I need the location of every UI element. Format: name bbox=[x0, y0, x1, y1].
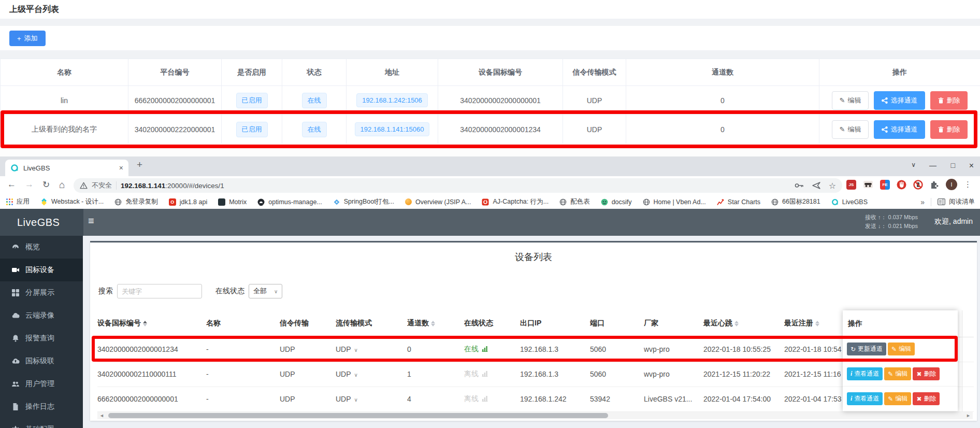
extensions-puzzle-icon[interactable] bbox=[930, 180, 939, 189]
bookmark-aj-captcha[interactable]: AJ-Captcha: 行为... bbox=[482, 197, 549, 206]
bookmark-webstack[interactable]: Webstack - 设计... bbox=[40, 197, 104, 206]
bookmark-livegbs[interactable]: LiveGBS bbox=[831, 198, 868, 206]
window-minimize-icon[interactable]: — bbox=[929, 161, 936, 169]
col-channels: 通道数 bbox=[626, 59, 819, 86]
sidebar-item-split-screen[interactable]: 分屏展示 bbox=[0, 281, 83, 304]
edit-device-button[interactable]: ✎ 编辑 bbox=[884, 367, 911, 380]
bookmark-docsify[interactable]: docsify bbox=[601, 198, 632, 206]
browser-tab-livegbs[interactable]: LiveGBS × bbox=[5, 160, 128, 176]
select-channel-button[interactable]: 选择通道 bbox=[874, 120, 925, 139]
operations-row-1: ↻ 更新通道 ✎ 编辑 bbox=[843, 337, 958, 362]
bookmark-overview-jsip[interactable]: Overview (JSIP A... bbox=[405, 198, 471, 206]
col-heartbeat[interactable]: 最近心跳 bbox=[703, 310, 784, 337]
bookmark-vben-home[interactable]: Home | Vben Ad... bbox=[643, 198, 706, 206]
incognito-extension-icon[interactable] bbox=[863, 180, 873, 189]
delete-device-button[interactable]: ✖ 删除 bbox=[913, 392, 940, 405]
recv-rate: 接收 ↑： 0.037 Mbps bbox=[865, 213, 918, 222]
tab-close-icon[interactable]: × bbox=[119, 164, 123, 172]
search-input[interactable] bbox=[117, 284, 202, 298]
bookmark-motrix[interactable]: Motrix bbox=[218, 198, 247, 206]
cell-heartbeat: 2022-01-04 17:54:00 bbox=[703, 387, 784, 411]
forward-icon[interactable]: → bbox=[25, 179, 34, 190]
col-device-id[interactable]: 设备国标编号 bbox=[97, 310, 206, 337]
browser-menu-icon[interactable]: ⋮ bbox=[964, 180, 972, 189]
bookmark-optimus[interactable]: optimus-manage... bbox=[257, 198, 322, 206]
chevron-down-icon[interactable]: ∨ bbox=[354, 397, 358, 403]
address-bar[interactable]: 不安全 192.168.1.141:20000/#/devices/1 ☆ bbox=[74, 178, 842, 193]
bookmark-copy-free[interactable]: 免登录复制 bbox=[114, 197, 158, 206]
app-logo[interactable]: LiveGBS bbox=[0, 209, 83, 236]
window-close-icon[interactable]: × bbox=[969, 161, 974, 170]
new-tab-button[interactable]: + bbox=[137, 159, 142, 170]
security-label[interactable]: 不安全 bbox=[92, 181, 112, 190]
scroll-left-icon[interactable]: ◄ bbox=[99, 413, 104, 418]
sidebar-item-gb-cascade[interactable]: 国标级联 bbox=[0, 350, 83, 373]
scrollbar-thumb[interactable] bbox=[108, 413, 608, 418]
delete-device-button[interactable]: ✖ 删除 bbox=[913, 367, 940, 380]
delete-button[interactable]: 删除 bbox=[930, 120, 968, 139]
js-extension-icon[interactable]: JS bbox=[846, 180, 856, 190]
edit-device-button[interactable]: ✎ 编辑 bbox=[884, 392, 911, 405]
block-extension-icon[interactable] bbox=[913, 180, 923, 190]
col-operations: 操作 bbox=[819, 59, 980, 86]
send-icon[interactable] bbox=[812, 182, 820, 189]
share-icon bbox=[882, 97, 888, 104]
sidebar-item-gb-devices[interactable]: 国标设备 bbox=[0, 259, 83, 281]
sidebar-item-cloud-recording[interactable]: 云端录像 bbox=[0, 304, 83, 327]
gears-icon bbox=[11, 425, 20, 428]
bookmarks-right-cluster: » 阅读清单 bbox=[916, 195, 975, 209]
chevron-down-icon[interactable]: ∨ bbox=[354, 347, 358, 353]
sidebar-item-overview[interactable]: 概览 bbox=[0, 236, 83, 259]
profile-avatar[interactable]: I bbox=[946, 179, 957, 190]
add-platform-button[interactable]: + 添加 bbox=[9, 31, 46, 46]
reload-icon[interactable]: ↻ bbox=[42, 179, 50, 190]
scroll-right-icon[interactable]: ► bbox=[966, 413, 971, 418]
col-online-status: 在线状态 bbox=[464, 310, 520, 337]
horizontal-scrollbar[interactable]: ◄ ► bbox=[97, 412, 973, 419]
view-channels-button[interactable]: i 查看通道 bbox=[847, 367, 883, 380]
cell-name: - bbox=[206, 387, 280, 411]
globe-icon bbox=[643, 198, 650, 206]
welcome-user[interactable]: 欢迎, admin bbox=[934, 217, 973, 226]
cell-signal: UDP bbox=[280, 387, 336, 411]
bookmarks-overflow-icon[interactable]: » bbox=[920, 198, 925, 206]
send-rate: 发送 ↓： 0.021 Mbps bbox=[865, 222, 918, 231]
sidebar-item-alarm-query[interactable]: 报警查询 bbox=[0, 327, 83, 350]
sidebar-item-user-management[interactable]: 用户管理 bbox=[0, 373, 83, 395]
tab-search-chevron-icon[interactable]: ∨ bbox=[911, 161, 916, 168]
online-status-select[interactable]: 全部 ∨ bbox=[249, 284, 282, 298]
update-channels-button[interactable]: ↻ 更新通道 bbox=[847, 343, 886, 355]
reading-list-button[interactable]: 阅读清单 bbox=[938, 197, 975, 206]
sidebar-item-basic-config[interactable]: 基础配置 bbox=[0, 418, 83, 428]
fe-extension-icon[interactable]: FE bbox=[880, 180, 890, 190]
select-channel-button[interactable]: 选择通道 bbox=[874, 91, 925, 110]
bar-chart-icon[interactable] bbox=[482, 346, 488, 352]
cell-vendor: wvp-pro bbox=[644, 362, 703, 387]
bookmark-springboot[interactable]: SpringBoot打包... bbox=[333, 197, 394, 206]
password-key-icon[interactable] bbox=[795, 182, 804, 189]
cell-channels: 1 bbox=[407, 362, 464, 387]
delete-button[interactable]: 删除 bbox=[930, 91, 968, 110]
url-host: 192.168.1.141 bbox=[121, 182, 165, 190]
view-channels-button[interactable]: i 查看通道 bbox=[847, 392, 883, 405]
edit-button[interactable]: ✎ 编辑 bbox=[832, 91, 869, 110]
stop-hand-extension-icon[interactable] bbox=[897, 180, 906, 190]
edit-device-button[interactable]: ✎ 编辑 bbox=[888, 343, 915, 355]
col-registered[interactable]: 最近注册 bbox=[784, 310, 846, 337]
sidebar-item-operation-log[interactable]: 操作日志 bbox=[0, 395, 83, 418]
back-icon[interactable]: ← bbox=[7, 179, 16, 190]
sidebar-toggle-icon[interactable]: ≡ bbox=[88, 215, 94, 227]
bookmark-color-table[interactable]: 配色表 bbox=[559, 197, 590, 206]
edit-button[interactable]: ✎ 编辑 bbox=[832, 120, 869, 139]
home-icon[interactable]: ⌂ bbox=[59, 179, 65, 191]
bookmark-jdk-api[interactable]: O jdk1.8 api bbox=[169, 198, 208, 206]
livegbs-icon bbox=[831, 198, 839, 206]
col-channels[interactable]: 通道数 bbox=[407, 310, 464, 337]
bookmark-star-charts[interactable]: Star Charts bbox=[717, 198, 760, 206]
bookmark-apps[interactable]: 应用 bbox=[6, 197, 30, 206]
bookmark-star-icon[interactable]: ☆ bbox=[829, 181, 836, 191]
chevron-down-icon[interactable]: ∨ bbox=[354, 372, 358, 378]
bookmark-66gb28181[interactable]: 66国标28181 bbox=[771, 197, 820, 206]
window-maximize-icon[interactable]: □ bbox=[951, 161, 955, 169]
col-vendor: 厂家 bbox=[644, 310, 703, 337]
